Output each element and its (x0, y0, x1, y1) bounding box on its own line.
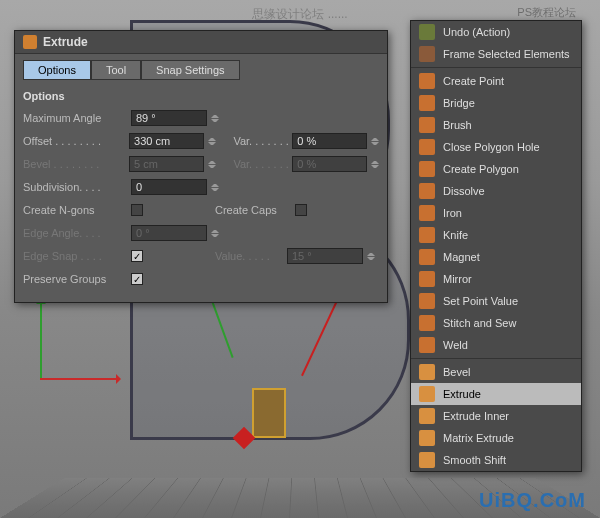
edge-snap-label: Edge Snap . . . . (23, 250, 131, 262)
menu-frame-selected[interactable]: Frame Selected Elements (411, 43, 581, 65)
spinner-icon[interactable] (208, 134, 216, 148)
menu-weld[interactable]: Weld (411, 334, 581, 356)
create-point-icon (419, 73, 435, 89)
spinner-icon (211, 226, 219, 240)
mirror-icon (419, 271, 435, 287)
tab-row: Options Tool Snap Settings (15, 54, 387, 86)
menu-close-polygon-hole[interactable]: Close Polygon Hole (411, 136, 581, 158)
tab-snap-settings[interactable]: Snap Settings (141, 60, 240, 80)
bevel-icon (419, 364, 435, 380)
spinner-icon (367, 249, 375, 263)
spinner-icon[interactable] (211, 111, 219, 125)
watermark-text: 思缘设计论坛 ...... (252, 6, 347, 23)
var-field: 0 % (292, 156, 367, 172)
spinner-icon[interactable] (211, 180, 219, 194)
extrude-icon (419, 386, 435, 402)
bevel-label: Bevel . . . . . . . . (23, 158, 129, 170)
panel-title-text: Extrude (43, 35, 88, 49)
tab-tool[interactable]: Tool (91, 60, 141, 80)
max-angle-label: Maximum Angle (23, 112, 131, 124)
create-ngons-label: Create N-gons (23, 204, 131, 216)
menu-matrix-extrude[interactable]: Matrix Extrude (411, 427, 581, 449)
menu-magnet[interactable]: Magnet (411, 246, 581, 268)
create-polygon-icon (419, 161, 435, 177)
var-label: Var. . . . . . . (233, 135, 292, 147)
menu-bridge[interactable]: Bridge (411, 92, 581, 114)
value-field: 15 ° (287, 248, 363, 264)
close-hole-icon (419, 139, 435, 155)
spinner-icon[interactable] (371, 134, 379, 148)
edge-snap-checkbox: ✓ (131, 250, 143, 262)
menu-extrude[interactable]: Extrude (411, 383, 581, 405)
value-label: Value. . . . . (215, 250, 287, 262)
subdivision-label: Subdivision. . . . (23, 181, 131, 193)
brush-icon (419, 117, 435, 133)
menu-create-polygon[interactable]: Create Polygon (411, 158, 581, 180)
menu-undo[interactable]: Undo (Action) (411, 21, 581, 43)
menu-mirror[interactable]: Mirror (411, 268, 581, 290)
menu-brush[interactable]: Brush (411, 114, 581, 136)
create-ngons-checkbox[interactable] (131, 204, 143, 216)
x-axis-icon[interactable] (40, 378, 120, 380)
offset-label: Offset . . . . . . . . (23, 135, 129, 147)
spinner-icon (208, 157, 216, 171)
extrude-inner-icon (419, 408, 435, 424)
preserve-groups-checkbox[interactable]: ✓ (131, 273, 143, 285)
menu-knife[interactable]: Knife (411, 224, 581, 246)
bevel-field: 5 cm (129, 156, 204, 172)
polygon-selection (252, 388, 286, 438)
frame-icon (419, 46, 435, 62)
weld-icon (419, 337, 435, 353)
iron-icon (419, 205, 435, 221)
create-caps-label: Create Caps (215, 204, 295, 216)
menu-separator (411, 67, 581, 68)
stitch-icon (419, 315, 435, 331)
menu-iron[interactable]: Iron (411, 202, 581, 224)
menu-dissolve[interactable]: Dissolve (411, 180, 581, 202)
menu-extrude-inner[interactable]: Extrude Inner (411, 405, 581, 427)
max-angle-field[interactable]: 89 ° (131, 110, 207, 126)
panel-titlebar[interactable]: Extrude (15, 31, 387, 54)
set-point-icon (419, 293, 435, 309)
create-caps-checkbox[interactable] (295, 204, 307, 216)
y-axis-icon[interactable] (40, 300, 42, 380)
subdivision-field[interactable]: 0 (131, 179, 207, 195)
menu-separator (411, 358, 581, 359)
matrix-extrude-icon (419, 430, 435, 446)
axis-gizmo[interactable] (40, 290, 130, 380)
tab-options[interactable]: Options (23, 60, 91, 80)
menu-bevel[interactable]: Bevel (411, 361, 581, 383)
section-heading: Options (15, 86, 387, 106)
menu-set-point-value[interactable]: Set Point Value (411, 290, 581, 312)
knife-icon (419, 227, 435, 243)
menu-stitch-and-sew[interactable]: Stitch and Sew (411, 312, 581, 334)
var-field[interactable]: 0 % (292, 133, 367, 149)
dissolve-icon (419, 183, 435, 199)
bridge-icon (419, 95, 435, 111)
spinner-icon (371, 157, 379, 171)
edge-angle-label: Edge Angle. . . . (23, 227, 131, 239)
edge-angle-field: 0 ° (131, 225, 207, 241)
menu-smooth-shift[interactable]: Smooth Shift (411, 449, 581, 471)
menu-create-point[interactable]: Create Point (411, 70, 581, 92)
undo-icon (419, 24, 435, 40)
context-menu: Undo (Action) Frame Selected Elements Cr… (410, 20, 582, 472)
extrude-options-panel: Extrude Options Tool Snap Settings Optio… (14, 30, 388, 303)
magnet-icon (419, 249, 435, 265)
var-label: Var. . . . . . . (233, 158, 292, 170)
extrude-icon (23, 35, 37, 49)
smooth-shift-icon (419, 452, 435, 468)
preserve-groups-label: Preserve Groups (23, 273, 131, 285)
watermark-logo: UiBQ.CoM (479, 489, 586, 512)
offset-field[interactable]: 330 cm (129, 133, 204, 149)
